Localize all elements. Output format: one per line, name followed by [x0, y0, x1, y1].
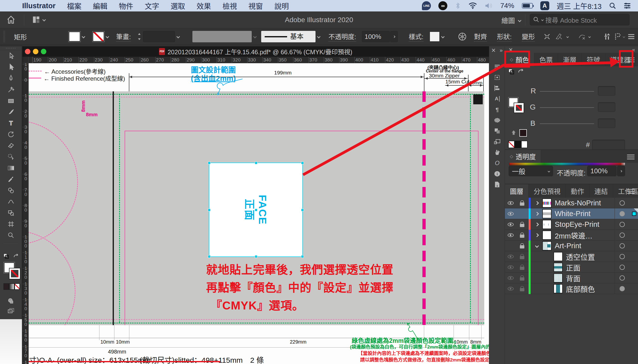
opacity-value[interactable]: 100%	[362, 31, 390, 42]
layer-row-透空位置[interactable]: 透空位置	[505, 251, 638, 262]
color-panel-menu-icon[interactable]	[627, 56, 634, 64]
toolbar-grip[interactable]	[0, 46, 22, 50]
dock-selection-oval-icon[interactable]	[489, 115, 505, 125]
opacity-control[interactable]: 100%	[362, 28, 398, 45]
layer-target[interactable]	[616, 240, 627, 251]
menubar-clock[interactable]: 週三 上午8:13	[557, 0, 602, 11]
g-value-field[interactable]	[598, 102, 615, 112]
tool-rotate[interactable]	[0, 129, 22, 140]
layer-name[interactable]: 正面	[566, 262, 580, 273]
layer-expand-chevron[interactable]	[532, 208, 542, 219]
swap-arrow-icon[interactable]	[13, 253, 20, 260]
dock-pathfinder-icon[interactable]	[489, 126, 505, 136]
stroke-none-swatch[interactable]	[93, 32, 104, 42]
g-slider[interactable]	[540, 107, 594, 108]
tool-paintbrush[interactable]	[0, 106, 22, 118]
transparency-panel-menu-icon[interactable]	[627, 153, 634, 160]
volume-icon[interactable]	[485, 2, 493, 9]
layer-target[interactable]	[616, 251, 627, 262]
layer-target[interactable]	[616, 273, 627, 283]
tab-連結[interactable]: 連結	[589, 184, 613, 198]
control-center-icon[interactable]	[623, 2, 631, 9]
selection-handle[interactable]	[208, 162, 211, 164]
tab-圖層[interactable]: 圖層	[505, 184, 529, 198]
tab-顏色[interactable]: ◇顏色	[505, 53, 534, 66]
white-chip[interactable]	[521, 141, 528, 148]
layer-thumbnail[interactable]	[542, 209, 551, 218]
opacity-expand-button[interactable]	[390, 31, 398, 42]
tool-magic-wand[interactable]	[0, 84, 22, 95]
layer-expand-chevron[interactable]	[532, 240, 542, 251]
dock-paragraph-icon[interactable]: ¶	[489, 104, 505, 114]
transparency-opacity-field[interactable]: 100%	[587, 166, 616, 176]
selection-handle[interactable]	[301, 209, 304, 212]
bluetooth-icon[interactable]	[455, 2, 461, 10]
layer-row-Art-Print[interactable]: Art-Print	[505, 240, 638, 251]
selection-handle[interactable]	[301, 255, 304, 258]
dock-appearance-icon[interactable]: O	[489, 158, 505, 168]
layer-target[interactable]	[616, 262, 627, 273]
selection-handle[interactable]	[208, 255, 211, 258]
dock-align-icon[interactable]	[489, 83, 505, 93]
layer-thumbnail[interactable]	[542, 198, 551, 208]
tool-direct-selection[interactable]	[0, 62, 22, 73]
menu-item-app[interactable]: Illustrator	[22, 2, 56, 10]
layer-name[interactable]: 透空位置	[566, 251, 595, 262]
menu-item-視窗[interactable]: 視窗	[248, 0, 263, 11]
b-value-field[interactable]	[598, 118, 615, 128]
align-label[interactable]: 對齊	[474, 28, 487, 45]
swap-fill-stroke-icon[interactable]	[3, 253, 10, 260]
stroke-weight-stepper[interactable]	[137, 28, 179, 45]
shape-label[interactable]: 形狀:	[497, 28, 512, 45]
layer-name[interactable]: Art-Print	[555, 240, 581, 251]
layer-visibility-toggle[interactable]	[505, 230, 516, 240]
selection-handle[interactable]	[301, 162, 304, 164]
transparency-opacity-expand[interactable]	[617, 166, 625, 176]
blend-mode-dropdown[interactable]: 一般	[509, 166, 553, 176]
layer-name[interactable]: 背面	[566, 273, 580, 283]
layer-visibility-toggle[interactable]	[505, 273, 516, 283]
tab-分色預視[interactable]: 分色預視	[529, 184, 566, 198]
dock-brushes-icon[interactable]	[489, 148, 505, 157]
horizontal-ruler[interactable]: 1902002102202302402502602702802903003103…	[29, 57, 489, 63]
last-color-swatch[interactable]	[519, 129, 527, 137]
layer-name[interactable]: StopEye-Print	[555, 219, 599, 230]
tab-符號[interactable]: 符號	[582, 53, 605, 66]
layer-thumbnail[interactable]	[542, 241, 551, 250]
layer-visibility-toggle[interactable]	[505, 240, 516, 251]
stroke-color-control[interactable]	[93, 28, 109, 45]
layer-name[interactable]: 底部顏色	[566, 283, 595, 294]
layer-visibility-toggle[interactable]	[505, 283, 516, 294]
tool-width[interactable]	[0, 196, 22, 207]
layer-row-背面[interactable]: 背面	[505, 273, 638, 283]
properties-icon[interactable]	[613, 28, 625, 45]
fill-color-control[interactable]	[69, 28, 85, 45]
dock-collapse-icon[interactable]: »	[500, 47, 503, 54]
layer-lock-toggle[interactable]	[516, 219, 528, 230]
dock-artboard-panel-icon[interactable]	[489, 72, 505, 82]
selection-handle[interactable]	[208, 209, 211, 212]
layer-target[interactable]	[616, 208, 627, 219]
layer-expand-chevron[interactable]	[532, 219, 542, 230]
controlbar-menu-icon[interactable]	[627, 28, 635, 45]
mini-fill-stroke-icon[interactable]	[508, 68, 515, 76]
layer-thumbnail[interactable]	[542, 220, 551, 229]
tab-動作[interactable]: 動作	[566, 184, 589, 198]
columns-icon[interactable]	[603, 28, 611, 45]
layer-thumbnail[interactable]	[553, 273, 563, 282]
layer-lock-toggle[interactable]	[516, 283, 528, 294]
layer-visibility-toggle[interactable]	[505, 208, 516, 219]
tool-rectangle[interactable]	[0, 95, 22, 106]
r-value-field[interactable]	[598, 86, 615, 96]
menu-item-物件[interactable]: 物件	[119, 0, 133, 11]
last-color-arrow-icon[interactable]	[510, 130, 517, 138]
black-chip[interactable]	[515, 141, 521, 148]
tool-group-selection[interactable]	[0, 151, 22, 162]
panel-group-close-icon[interactable]: ✕	[508, 47, 513, 53]
menu-item-檔案[interactable]: 檔案	[67, 0, 82, 11]
dock-document-info-icon[interactable]	[489, 180, 505, 190]
layer-visibility-toggle[interactable]	[505, 251, 516, 262]
tab-transparency[interactable]: ◇透明度	[505, 150, 541, 163]
dock-transform-icon[interactable]	[489, 137, 505, 147]
document-titlebar[interactable]: PDF 2020120316444167 上午9.15.46.pdf* @ 66…	[23, 46, 489, 57]
